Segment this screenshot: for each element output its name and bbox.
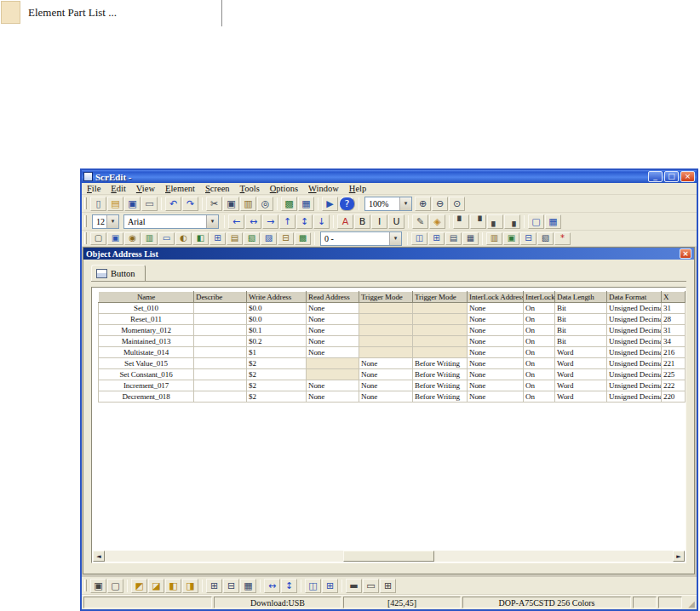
table-row[interactable]: Maintained_013$0.2NoneNoneOnBitUnsigned … — [99, 336, 686, 347]
font-size-dropdown-arrow[interactable]: ▾ — [106, 215, 118, 228]
table-cell[interactable]: On — [524, 380, 555, 391]
center-vertical-icon[interactable]: ↕ — [296, 214, 313, 229]
underline-icon[interactable]: U — [388, 214, 405, 229]
table-cell[interactable]: Reset_011 — [99, 314, 194, 325]
table-cell[interactable] — [359, 336, 413, 347]
toolbar-grip[interactable] — [84, 232, 87, 244]
table-cell[interactable]: 222 — [662, 380, 686, 391]
table-cell[interactable] — [413, 347, 468, 358]
bring-forward-icon[interactable]: ◧ — [165, 579, 181, 593]
ungroup-icon[interactable]: ▢ — [107, 579, 123, 593]
table-cell[interactable]: None — [307, 347, 359, 358]
table-cell[interactable]: None — [468, 303, 524, 314]
table-cell[interactable]: On — [524, 303, 555, 314]
table-cell[interactable]: $2 — [247, 380, 307, 391]
table-cell[interactable]: $2 — [247, 391, 307, 403]
table-cell[interactable]: None — [307, 391, 359, 403]
graph-tool-icon[interactable]: ▩ — [295, 232, 311, 245]
resize-grip[interactable]: ◢ — [684, 597, 695, 608]
zoom-in-icon[interactable]: ⊕ — [415, 197, 431, 211]
column-header[interactable]: Trigger Mode — [413, 292, 468, 303]
table-cell[interactable] — [194, 369, 247, 380]
dialog-close-button[interactable]: × — [680, 248, 691, 259]
text-pos-bottomright-icon[interactable]: ▗ — [504, 214, 520, 229]
table-cell[interactable] — [194, 347, 247, 358]
align-grid-icon[interactable]: ⊞ — [206, 579, 222, 593]
column-header[interactable]: InterLock Address — [468, 292, 524, 303]
cut-icon[interactable]: ✂ — [206, 197, 222, 211]
horizontal-scrollbar[interactable]: ◄ ► — [93, 551, 685, 562]
scroll-right-button[interactable]: ► — [673, 551, 685, 562]
table-row[interactable]: Momentary_012$0.1NoneNoneOnBitUnsigned D… — [99, 325, 686, 336]
column-header[interactable]: Trigger Mode — [359, 292, 413, 303]
italic-icon[interactable]: I — [371, 214, 387, 229]
save-icon[interactable]: ▣ — [124, 197, 141, 211]
table-cell[interactable]: Decrement_018 — [99, 391, 194, 403]
table-cell[interactable] — [359, 347, 413, 358]
fit-width-icon[interactable]: ◫ — [305, 579, 321, 593]
table-cell[interactable]: None — [307, 314, 359, 325]
undo-icon[interactable]: ↶ — [165, 197, 181, 211]
table-cell[interactable]: Unsigned Decimal — [607, 325, 662, 336]
table-cell[interactable] — [413, 325, 468, 336]
table-cell[interactable]: $0.0 — [247, 303, 307, 314]
zoom-actual-icon[interactable]: ⊙ — [449, 197, 465, 211]
table-cell[interactable]: 28 — [662, 314, 686, 325]
table-cell[interactable]: 31 — [662, 303, 686, 314]
table-cell[interactable]: On — [524, 391, 555, 403]
table-row[interactable]: Set Value_015$2NoneBefore WritingNoneOnW… — [99, 358, 686, 369]
copy-icon[interactable]: ▣ — [223, 197, 239, 211]
table-cell[interactable]: None — [359, 358, 413, 369]
indicator-tool-icon[interactable]: ◧ — [192, 232, 209, 245]
table-cell[interactable]: Unsigned Decimal — [607, 336, 662, 347]
zoom-out-icon[interactable]: ⊖ — [432, 197, 448, 211]
table-row[interactable]: Reset_011$0.0NoneNoneOnBitUnsigned Decim… — [99, 314, 686, 325]
new-screen-icon[interactable]: ▯ — [90, 197, 106, 211]
move-left-icon[interactable]: ← — [228, 214, 244, 229]
minimize-button[interactable]: _ — [648, 171, 663, 182]
table-cell[interactable] — [413, 336, 468, 347]
table-cell[interactable]: None — [307, 325, 359, 336]
table-cell[interactable] — [194, 325, 247, 336]
table-cell[interactable]: Before Writing — [413, 391, 468, 403]
menu-window[interactable]: Window — [303, 184, 344, 193]
state-prev-icon[interactable]: ◫ — [411, 232, 427, 245]
send-backward-icon[interactable]: ◨ — [182, 579, 198, 593]
table-cell[interactable]: None — [468, 325, 524, 336]
table-cell[interactable] — [194, 380, 247, 391]
close-button[interactable]: × — [680, 171, 695, 182]
table-cell[interactable] — [194, 314, 247, 325]
table-cell[interactable]: Set Value_015 — [99, 358, 194, 369]
fit-height-icon[interactable]: ⊞ — [322, 579, 338, 593]
input-tool-icon[interactable]: ▤ — [227, 232, 243, 245]
title-bar[interactable]: ScrEdit - _ □ × — [82, 170, 697, 183]
zoom-dropdown-arrow[interactable]: ▾ — [399, 197, 411, 210]
table-cell[interactable]: $0.1 — [247, 325, 307, 336]
menu-file[interactable]: File — [82, 184, 106, 193]
recipe-icon[interactable]: ⊟ — [520, 232, 536, 245]
table-cell[interactable]: Before Writing — [413, 358, 468, 369]
table-cell[interactable]: None — [307, 336, 359, 347]
table-cell[interactable]: Before Writing — [413, 380, 468, 391]
table-cell[interactable]: Bit — [555, 325, 607, 336]
compile-icon[interactable]: * — [554, 232, 571, 245]
table-cell[interactable]: Unsigned Decimal — [607, 347, 662, 358]
state-next-icon[interactable]: ⊞ — [428, 232, 445, 245]
table-cell[interactable]: Unsigned Decimal — [607, 380, 662, 391]
move-up-icon[interactable]: ↑ — [279, 214, 295, 229]
table-cell[interactable]: On — [524, 336, 555, 347]
table-cell[interactable]: Unsigned Decimal — [607, 358, 662, 369]
toolbar-grip[interactable] — [84, 215, 87, 227]
table-cell[interactable]: Word — [555, 347, 607, 358]
bring-front-icon[interactable]: ◩ — [131, 579, 147, 593]
table-cell[interactable]: 34 — [662, 336, 686, 347]
table-cell[interactable]: None — [468, 369, 524, 380]
table-cell[interactable]: None — [468, 336, 524, 347]
move-right-icon[interactable]: → — [262, 214, 278, 229]
macro-icon[interactable]: ▥ — [486, 232, 502, 245]
table-row[interactable]: Multistate_014$1NoneNoneOnWordUnsigned D… — [99, 347, 686, 358]
menu-edit[interactable]: Edit — [106, 184, 131, 193]
table-cell[interactable]: $2 — [247, 369, 307, 380]
table-cell[interactable]: Bit — [555, 314, 607, 325]
table-cell[interactable]: None — [468, 391, 524, 403]
